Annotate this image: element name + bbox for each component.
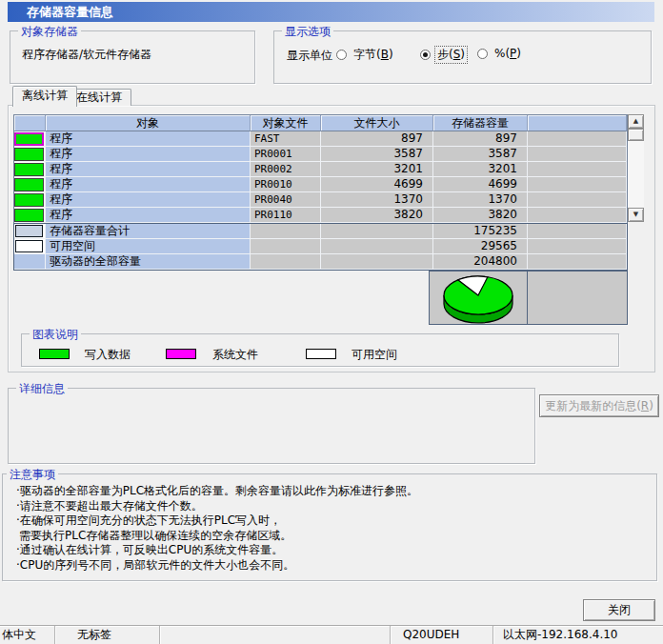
table-row[interactable]: 程序 PR0110 3820 3820 [14, 208, 627, 223]
row-size: 897 [321, 131, 433, 147]
radio-circle-icon [336, 50, 347, 60]
header-capacity[interactable]: 存储器容量 [433, 115, 528, 131]
table-row[interactable]: 程序 FAST 897 897 [14, 131, 627, 147]
row-capacity: 1370 [433, 192, 528, 208]
header-size[interactable]: 文件大小 [321, 115, 433, 131]
summary-empty [251, 224, 321, 239]
row-size: 1370 [321, 192, 433, 208]
update-latest-info-button[interactable]: 更新为最新的信息(R) [539, 394, 659, 417]
table-scrollbar[interactable]: ▲ ▼ [628, 114, 644, 222]
radio-unit-step[interactable]: 步(S) [420, 47, 467, 62]
row-capacity: 3587 [433, 147, 528, 162]
row-size: 3820 [321, 208, 433, 223]
scrollbar-thumb[interactable] [628, 129, 644, 141]
table-row[interactable]: 程序 PR0010 4699 4699 [14, 177, 627, 192]
summary-empty [251, 239, 321, 254]
header-object[interactable]: 对象 [46, 115, 251, 131]
row-object: 程序 [46, 147, 251, 162]
details-group: 详细信息 [8, 388, 535, 464]
summary-row-free[interactable]: 可用空间 29565 [14, 239, 627, 254]
note-line: ·在确保可用空间充分的状态下无法执行PLC写入时， [16, 513, 649, 529]
row-empty [528, 147, 627, 162]
summary-empty [251, 254, 321, 270]
legend-label: 写入数据 [85, 347, 131, 363]
summary-label: 存储器容量合计 [46, 224, 251, 239]
row-size: 3201 [321, 162, 433, 177]
row-file: PR0010 [251, 177, 321, 192]
chart-legend-group: 图表说明 写入数据 系统文件 可用空间 [21, 333, 619, 367]
written-data-swatch-icon [14, 178, 44, 191]
close-button[interactable]: 关闭 [583, 599, 655, 621]
summary-swatch-cell [14, 254, 46, 270]
memory-table: 对象 对象文件 文件大小 存储器容量 程序 FAST 897 897 程序 PR… [13, 114, 628, 224]
pie-chart-cell [429, 271, 528, 325]
row-color-cell [14, 131, 46, 147]
status-cpu-model: Q20UDEH [391, 626, 493, 644]
notes-group-label: 注意事项 [7, 467, 58, 483]
chart-legend-group-label: 图表说明 [30, 327, 81, 343]
summary-swatch-cell [14, 224, 46, 239]
radio-unit-byte[interactable]: 字节(B) [336, 47, 395, 62]
summary-capacity: 175235 [433, 224, 528, 239]
row-file: PR0001 [251, 147, 321, 162]
note-line: ·CPU的序列号不同，局部软元件的文件大小也会不同。 [16, 558, 649, 574]
pie-empty-cell [527, 271, 628, 325]
written-data-swatch-icon [14, 209, 44, 222]
row-empty [528, 192, 627, 208]
row-size: 3587 [321, 147, 433, 162]
note-line: ·请注意不要超出最大存储文件个数。 [16, 499, 649, 514]
row-capacity: 3820 [433, 208, 528, 223]
summary-row-total[interactable]: 存储器容量合计 175235 [14, 224, 627, 239]
scroll-down-icon[interactable]: ▼ [628, 208, 644, 222]
target-memory-group: 对象存储器 程序存储器/软元件存储器 [10, 30, 255, 84]
row-object: 程序 [46, 208, 251, 223]
summary-capacity: 204800 [433, 254, 528, 270]
notes-group: 注意事项 ·驱动器的全部容量为PLC格式化后的容量。剩余容量请以此作为标准进行参… [2, 473, 657, 581]
header-file[interactable]: 对象文件 [251, 115, 321, 131]
display-options-group-label: 显示选项 [282, 24, 333, 40]
status-bar: 体中文 无标签 Q20UDEH 以太网-192.168.4.10 [0, 625, 663, 644]
row-file: PR0040 [251, 192, 321, 208]
summary-label: 驱动器的全部容量 [46, 254, 251, 270]
note-line: 需要执行PLC存储器整理以确保连续的空余存储区域。 [16, 529, 649, 544]
table-row[interactable]: 程序 PR0001 3587 3587 [14, 147, 627, 162]
row-object: 程序 [46, 192, 251, 208]
system-file-swatch-icon [166, 349, 196, 359]
row-color-cell [14, 162, 46, 177]
row-file: PR0110 [251, 208, 321, 223]
summary-label: 可用空间 [46, 239, 251, 254]
scroll-up-icon[interactable]: ▲ [628, 114, 644, 129]
tab-offline-calc[interactable]: 离线计算 [12, 86, 77, 107]
row-object: 程序 [46, 162, 251, 177]
display-unit-row: 显示单位 字节(B) 步(S) %(P) [274, 46, 651, 61]
summary-empty [528, 254, 627, 270]
row-size: 4699 [321, 177, 433, 192]
table-row[interactable]: 程序 PR0002 3201 3201 [14, 162, 627, 177]
target-memory-value: 程序存储器/软元件存储器 [22, 47, 151, 63]
row-capacity: 3201 [433, 162, 528, 177]
dialog-title: 存储器容量信息 [8, 2, 654, 22]
row-capacity: 4699 [433, 177, 528, 192]
target-memory-group-label: 对象存储器 [18, 24, 81, 40]
free-space-swatch-icon [306, 349, 336, 359]
written-data-swatch-icon [14, 148, 44, 161]
row-file: FAST [251, 131, 321, 147]
legend-item: 写入数据 [39, 347, 70, 359]
legend-label: 可用空间 [352, 347, 397, 363]
summary-row-drive-total[interactable]: 驱动器的全部容量 204800 [14, 254, 627, 270]
radio-unit-step-label: 步(S) [435, 47, 467, 63]
row-empty [528, 131, 627, 147]
row-color-cell [14, 147, 46, 162]
radio-unit-percent[interactable]: %(P) [477, 47, 523, 62]
written-data-swatch-icon [39, 349, 70, 359]
legend-label: 系统文件 [212, 347, 258, 363]
summary-empty [321, 239, 433, 254]
header-color-col [14, 115, 46, 131]
table-row[interactable]: 程序 PR0040 1370 1370 [14, 192, 627, 208]
table-header-row: 对象 对象文件 文件大小 存储器容量 [14, 115, 627, 131]
row-capacity: 897 [433, 131, 528, 147]
row-object: 程序 [46, 177, 251, 192]
note-line: ·驱动器的全部容量为PLC格式化后的容量。剩余容量请以此作为标准进行参照。 [16, 484, 649, 499]
header-empty [528, 115, 627, 131]
legend-item: 系统文件 [166, 347, 196, 359]
